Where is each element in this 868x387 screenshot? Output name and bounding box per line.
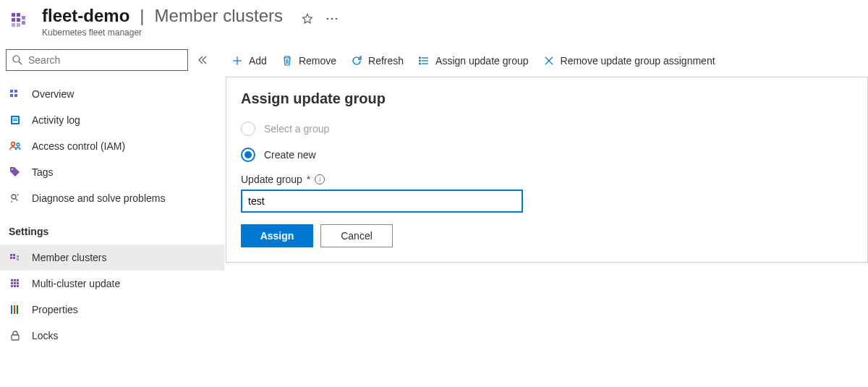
sidebar-item-multi-cluster-update[interactable]: Multi-cluster update bbox=[0, 271, 224, 297]
page-header: fleet-demo | Member clusters Kubernetes … bbox=[0, 0, 868, 45]
svg-rect-14 bbox=[14, 90, 17, 93]
svg-point-49 bbox=[420, 57, 421, 59]
svg-rect-16 bbox=[14, 94, 17, 97]
add-button[interactable]: Add bbox=[231, 55, 267, 67]
collapse-sidebar-button[interactable] bbox=[194, 51, 211, 69]
svg-rect-42 bbox=[17, 305, 18, 314]
sidebar-item-label: Locks bbox=[32, 330, 59, 341]
svg-rect-20 bbox=[13, 120, 17, 121]
tags-icon bbox=[9, 166, 22, 179]
favorite-star-icon[interactable] bbox=[300, 12, 315, 26]
svg-rect-1 bbox=[17, 13, 20, 17]
svg-rect-4 bbox=[22, 16, 25, 20]
svg-rect-33 bbox=[17, 279, 19, 281]
svg-rect-28 bbox=[13, 257, 15, 259]
radio-select-group: Select a group bbox=[241, 122, 853, 136]
svg-rect-32 bbox=[14, 279, 16, 281]
plus-icon bbox=[231, 55, 243, 67]
sidebar-item-label: Overview bbox=[32, 88, 74, 100]
svg-rect-3 bbox=[17, 18, 20, 22]
svg-rect-0 bbox=[12, 13, 15, 17]
toolbar: Add Remove Refresh bbox=[224, 45, 868, 77]
sidebar-item-locks[interactable]: Locks bbox=[0, 323, 224, 349]
assign-button[interactable]: Assign bbox=[241, 224, 313, 247]
sidebar-item-member-clusters[interactable]: Member clusters bbox=[0, 244, 224, 271]
sidebar-item-label: Member clusters bbox=[32, 252, 106, 263]
radio-label: Create new bbox=[264, 149, 316, 161]
svg-rect-15 bbox=[10, 94, 13, 97]
svg-rect-30 bbox=[17, 258, 19, 260]
chevron-double-left-icon bbox=[197, 55, 208, 65]
locks-icon bbox=[9, 329, 22, 342]
svg-rect-19 bbox=[13, 119, 17, 119]
svg-rect-34 bbox=[11, 282, 13, 284]
properties-icon bbox=[9, 303, 22, 316]
svg-rect-29 bbox=[17, 255, 19, 258]
resource-name: fleet-demo bbox=[42, 6, 129, 26]
nav-list-settings: Member clusters Multi-cluster update Pro… bbox=[0, 242, 224, 352]
svg-rect-26 bbox=[13, 254, 15, 256]
svg-rect-25 bbox=[10, 254, 12, 256]
sidebar-item-activity-log[interactable]: Activity log bbox=[0, 107, 224, 133]
svg-rect-13 bbox=[10, 90, 13, 93]
overview-icon bbox=[9, 88, 22, 101]
required-asterisk: * bbox=[307, 174, 310, 185]
svg-rect-40 bbox=[11, 305, 12, 314]
svg-point-22 bbox=[17, 143, 20, 146]
refresh-button[interactable]: Refresh bbox=[351, 55, 404, 67]
sidebar-item-tags[interactable]: Tags bbox=[0, 159, 224, 185]
svg-point-10 bbox=[336, 18, 338, 20]
svg-point-50 bbox=[420, 60, 421, 61]
radio-input-create[interactable] bbox=[241, 148, 255, 162]
sidebar-item-label: Properties bbox=[32, 304, 78, 315]
trash-icon bbox=[281, 55, 293, 67]
search-icon bbox=[12, 55, 22, 65]
remove-button[interactable]: Remove bbox=[281, 55, 336, 67]
radio-create-new[interactable]: Create new bbox=[241, 148, 853, 162]
svg-line-12 bbox=[19, 61, 22, 64]
svg-rect-31 bbox=[11, 279, 13, 281]
svg-rect-43 bbox=[12, 335, 19, 340]
radio-input-select bbox=[241, 122, 255, 136]
search-input[interactable] bbox=[28, 54, 182, 66]
member-clusters-icon bbox=[9, 251, 22, 264]
svg-point-51 bbox=[420, 63, 421, 64]
toolbar-label: Refresh bbox=[368, 55, 404, 67]
nav-list-top: Overview Activity log Access control (IA… bbox=[0, 78, 224, 214]
sidebar-item-properties[interactable]: Properties bbox=[0, 297, 224, 323]
assign-update-group-button[interactable]: Assign update group bbox=[418, 55, 528, 67]
svg-rect-41 bbox=[14, 305, 15, 314]
close-icon bbox=[543, 55, 555, 67]
cancel-button[interactable]: Cancel bbox=[320, 224, 393, 247]
svg-point-11 bbox=[13, 56, 20, 62]
sidebar-search[interactable] bbox=[6, 49, 188, 71]
toolbar-label: Remove update group assignment bbox=[561, 55, 715, 67]
sidebar-item-label: Activity log bbox=[32, 114, 80, 126]
svg-rect-39 bbox=[17, 285, 19, 287]
refresh-icon bbox=[351, 55, 362, 67]
access-control-icon bbox=[9, 140, 22, 153]
panel-title: Assign update group bbox=[241, 90, 853, 107]
svg-point-9 bbox=[331, 18, 333, 20]
info-icon[interactable]: i bbox=[315, 174, 325, 184]
sidebar: Overview Activity log Access control (IA… bbox=[0, 45, 224, 352]
svg-rect-2 bbox=[12, 18, 15, 22]
remove-assignment-button[interactable]: Remove update group assignment bbox=[543, 55, 715, 67]
main-content: Add Remove Refresh bbox=[224, 45, 868, 352]
sidebar-item-overview[interactable]: Overview bbox=[0, 81, 224, 107]
sidebar-item-diagnose[interactable]: Diagnose and solve problems bbox=[0, 185, 224, 211]
svg-rect-7 bbox=[17, 23, 20, 27]
list-icon bbox=[418, 55, 430, 67]
field-label-text: Update group bbox=[241, 174, 302, 185]
svg-point-8 bbox=[327, 18, 329, 20]
resource-icon bbox=[9, 9, 32, 32]
sidebar-item-access-control[interactable]: Access control (IAM) bbox=[0, 133, 224, 159]
sidebar-section-settings: Settings bbox=[0, 214, 224, 242]
svg-rect-35 bbox=[14, 282, 16, 284]
more-icon[interactable] bbox=[325, 12, 339, 26]
sidebar-item-label: Access control (IAM) bbox=[32, 140, 125, 152]
svg-rect-27 bbox=[10, 257, 12, 259]
update-group-input[interactable] bbox=[241, 190, 523, 213]
radio-label: Select a group bbox=[264, 123, 329, 135]
svg-rect-5 bbox=[22, 21, 25, 25]
